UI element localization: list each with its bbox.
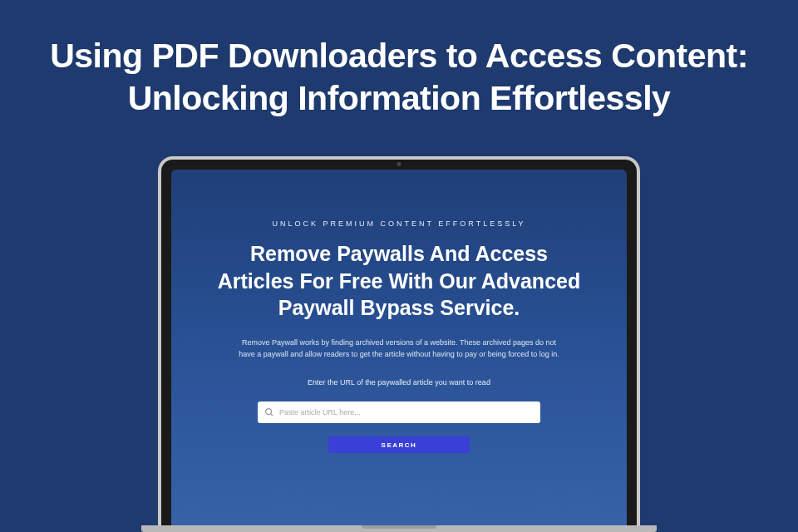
laptop-base	[141, 525, 657, 532]
laptop-notch	[362, 525, 436, 529]
search-bar[interactable]	[258, 401, 540, 423]
page-title-line1: Using PDF Downloaders to Access Content:	[50, 37, 748, 75]
page-title-line2: Unlocking Information Effortlessly	[128, 79, 671, 117]
search-icon	[264, 407, 274, 417]
laptop-mockup: UNLOCK PREMIUM CONTENT EFFORTLESSLY Remo…	[141, 156, 657, 532]
hero-description: Remove Paywall works by finding archived…	[204, 337, 594, 361]
laptop-bezel: UNLOCK PREMIUM CONTENT EFFORTLESSLY Remo…	[161, 160, 637, 525]
svg-line-1	[271, 414, 273, 416]
hero-title: Remove Paywalls And Access Articles For …	[204, 240, 594, 322]
camera-icon	[397, 162, 401, 166]
search-button[interactable]: SEARCH	[328, 436, 470, 453]
eyebrow-text: UNLOCK PREMIUM CONTENT EFFORTLESSLY	[204, 219, 594, 228]
instruction-text: Enter the URL of the paywalled article y…	[204, 378, 594, 387]
page-title: Using PDF Downloaders to Access Content:…	[0, 0, 798, 121]
url-input[interactable]	[279, 408, 534, 416]
laptop-frame: UNLOCK PREMIUM CONTENT EFFORTLESSLY Remo…	[158, 156, 640, 525]
screen-content: UNLOCK PREMIUM CONTENT EFFORTLESSLY Remo…	[171, 170, 627, 525]
svg-point-0	[266, 409, 272, 415]
